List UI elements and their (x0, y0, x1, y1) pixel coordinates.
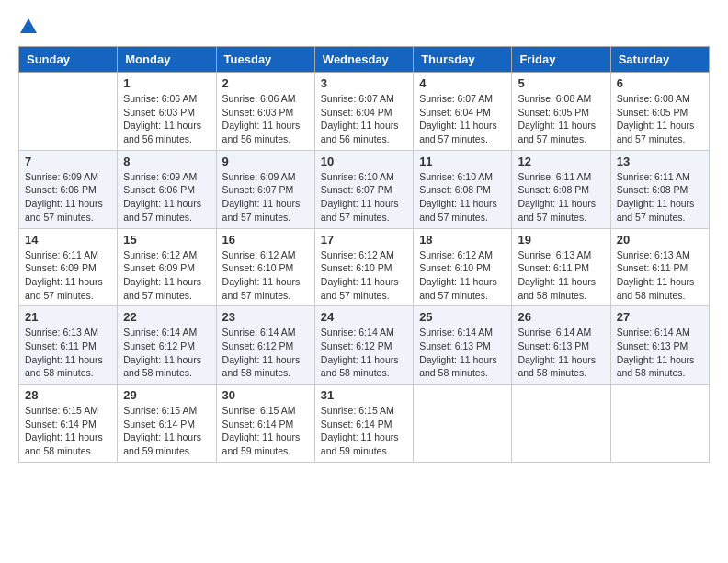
day-number: 8 (123, 155, 210, 168)
calendar-cell: 30Sunrise: 6:15 AM Sunset: 6:14 PM Dayli… (216, 385, 314, 463)
day-number: 22 (123, 310, 210, 324)
day-number: 12 (518, 155, 604, 168)
day-info: Sunrise: 6:14 AM Sunset: 6:13 PM Dayligh… (419, 326, 506, 380)
calendar-cell: 26Sunrise: 6:14 AM Sunset: 6:13 PM Dayli… (512, 306, 610, 385)
logo-icon (20, 18, 37, 33)
day-number: 19 (518, 233, 604, 247)
day-info: Sunrise: 6:12 AM Sunset: 6:10 PM Dayligh… (222, 248, 309, 303)
day-info: Sunrise: 6:15 AM Sunset: 6:14 PM Dayligh… (123, 404, 210, 458)
day-number: 18 (419, 233, 506, 247)
calendar-table: SundayMondayTuesdayWednesdayThursdayFrid… (18, 46, 710, 463)
calendar-cell: 21Sunrise: 6:13 AM Sunset: 6:11 PM Dayli… (19, 306, 118, 385)
header-sunday: Sunday (19, 47, 118, 73)
calendar-cell: 2Sunrise: 6:06 AM Sunset: 6:03 PM Daylig… (216, 73, 314, 151)
day-info: Sunrise: 6:15 AM Sunset: 6:14 PM Dayligh… (25, 404, 111, 458)
day-number: 9 (222, 155, 309, 168)
day-info: Sunrise: 6:14 AM Sunset: 6:13 PM Dayligh… (617, 326, 703, 380)
day-number: 27 (617, 310, 703, 324)
day-info: Sunrise: 6:08 AM Sunset: 6:05 PM Dayligh… (518, 92, 604, 146)
day-number: 14 (25, 233, 111, 247)
day-info: Sunrise: 6:15 AM Sunset: 6:14 PM Dayligh… (321, 404, 407, 458)
day-number: 26 (518, 310, 604, 324)
calendar-cell: 16Sunrise: 6:12 AM Sunset: 6:10 PM Dayli… (216, 228, 314, 306)
day-number: 16 (222, 233, 309, 247)
logo (18, 18, 37, 37)
day-info: Sunrise: 6:15 AM Sunset: 6:14 PM Dayligh… (222, 404, 309, 458)
day-number: 17 (321, 233, 407, 247)
day-number: 3 (321, 76, 407, 90)
header-wednesday: Wednesday (314, 47, 413, 73)
day-info: Sunrise: 6:14 AM Sunset: 6:12 PM Dayligh… (123, 326, 210, 380)
calendar-cell: 31Sunrise: 6:15 AM Sunset: 6:14 PM Dayli… (314, 385, 413, 463)
day-info: Sunrise: 6:12 AM Sunset: 6:10 PM Dayligh… (419, 248, 506, 303)
calendar-cell: 4Sunrise: 6:07 AM Sunset: 6:04 PM Daylig… (414, 73, 512, 151)
day-info: Sunrise: 6:06 AM Sunset: 6:03 PM Dayligh… (123, 92, 210, 146)
day-number: 28 (25, 388, 111, 402)
day-number: 21 (25, 310, 111, 324)
calendar-cell: 22Sunrise: 6:14 AM Sunset: 6:12 PM Dayli… (118, 306, 216, 385)
calendar-cell: 8Sunrise: 6:09 AM Sunset: 6:06 PM Daylig… (118, 150, 216, 228)
day-info: Sunrise: 6:08 AM Sunset: 6:05 PM Dayligh… (617, 92, 703, 146)
day-info: Sunrise: 6:14 AM Sunset: 6:13 PM Dayligh… (518, 326, 604, 380)
day-number: 24 (321, 310, 407, 324)
calendar-week-row: 28Sunrise: 6:15 AM Sunset: 6:14 PM Dayli… (19, 385, 710, 463)
day-info: Sunrise: 6:11 AM Sunset: 6:08 PM Dayligh… (617, 170, 703, 224)
day-info: Sunrise: 6:09 AM Sunset: 6:06 PM Dayligh… (123, 170, 210, 224)
calendar-cell: 1Sunrise: 6:06 AM Sunset: 6:03 PM Daylig… (118, 73, 216, 151)
header-friday: Friday (512, 47, 610, 73)
calendar-cell (414, 385, 512, 463)
header-thursday: Thursday (414, 47, 512, 73)
day-info: Sunrise: 6:12 AM Sunset: 6:09 PM Dayligh… (123, 248, 210, 303)
day-number: 2 (222, 76, 309, 90)
header-saturday: Saturday (610, 47, 709, 73)
calendar-cell: 10Sunrise: 6:10 AM Sunset: 6:07 PM Dayli… (314, 150, 413, 228)
calendar-cell: 28Sunrise: 6:15 AM Sunset: 6:14 PM Dayli… (19, 385, 118, 463)
day-number: 6 (617, 76, 703, 90)
day-info: Sunrise: 6:13 AM Sunset: 6:11 PM Dayligh… (25, 326, 111, 380)
day-info: Sunrise: 6:07 AM Sunset: 6:04 PM Dayligh… (321, 92, 407, 146)
day-info: Sunrise: 6:13 AM Sunset: 6:11 PM Dayligh… (617, 248, 703, 303)
day-info: Sunrise: 6:14 AM Sunset: 6:12 PM Dayligh… (222, 326, 309, 380)
calendar-cell: 24Sunrise: 6:14 AM Sunset: 6:12 PM Dayli… (314, 306, 413, 385)
calendar-cell: 9Sunrise: 6:09 AM Sunset: 6:07 PM Daylig… (216, 150, 314, 228)
calendar-cell: 29Sunrise: 6:15 AM Sunset: 6:14 PM Dayli… (118, 385, 216, 463)
header-monday: Monday (118, 47, 216, 73)
svg-marker-0 (20, 18, 37, 33)
calendar-header-row: SundayMondayTuesdayWednesdayThursdayFrid… (19, 47, 710, 73)
calendar-cell: 11Sunrise: 6:10 AM Sunset: 6:08 PM Dayli… (414, 150, 512, 228)
day-number: 5 (518, 76, 604, 90)
calendar-cell: 3Sunrise: 6:07 AM Sunset: 6:04 PM Daylig… (314, 73, 413, 151)
page-header (18, 18, 710, 37)
day-number: 10 (321, 155, 407, 168)
day-info: Sunrise: 6:09 AM Sunset: 6:06 PM Dayligh… (25, 170, 111, 224)
calendar-cell: 23Sunrise: 6:14 AM Sunset: 6:12 PM Dayli… (216, 306, 314, 385)
day-info: Sunrise: 6:11 AM Sunset: 6:09 PM Dayligh… (25, 248, 111, 303)
calendar-week-row: 1Sunrise: 6:06 AM Sunset: 6:03 PM Daylig… (19, 73, 710, 151)
day-info: Sunrise: 6:09 AM Sunset: 6:07 PM Dayligh… (222, 170, 309, 224)
day-number: 25 (419, 310, 506, 324)
day-number: 20 (617, 233, 703, 247)
calendar-cell: 20Sunrise: 6:13 AM Sunset: 6:11 PM Dayli… (610, 228, 709, 306)
day-info: Sunrise: 6:13 AM Sunset: 6:11 PM Dayligh… (518, 248, 604, 303)
day-number: 31 (321, 388, 407, 402)
calendar-cell: 18Sunrise: 6:12 AM Sunset: 6:10 PM Dayli… (414, 228, 512, 306)
header-tuesday: Tuesday (216, 47, 314, 73)
day-info: Sunrise: 6:06 AM Sunset: 6:03 PM Dayligh… (222, 92, 309, 146)
calendar-cell: 25Sunrise: 6:14 AM Sunset: 6:13 PM Dayli… (414, 306, 512, 385)
day-number: 11 (419, 155, 506, 168)
calendar-cell: 6Sunrise: 6:08 AM Sunset: 6:05 PM Daylig… (610, 73, 709, 151)
calendar-cell: 15Sunrise: 6:12 AM Sunset: 6:09 PM Dayli… (118, 228, 216, 306)
calendar-cell: 13Sunrise: 6:11 AM Sunset: 6:08 PM Dayli… (610, 150, 709, 228)
day-number: 4 (419, 76, 506, 90)
calendar-cell (19, 73, 118, 151)
day-number: 15 (123, 233, 210, 247)
calendar-week-row: 7Sunrise: 6:09 AM Sunset: 6:06 PM Daylig… (19, 150, 710, 228)
day-info: Sunrise: 6:11 AM Sunset: 6:08 PM Dayligh… (518, 170, 604, 224)
calendar-cell: 7Sunrise: 6:09 AM Sunset: 6:06 PM Daylig… (19, 150, 118, 228)
day-info: Sunrise: 6:10 AM Sunset: 6:07 PM Dayligh… (321, 170, 407, 224)
calendar-cell: 14Sunrise: 6:11 AM Sunset: 6:09 PM Dayli… (19, 228, 118, 306)
day-number: 13 (617, 155, 703, 168)
calendar-cell: 17Sunrise: 6:12 AM Sunset: 6:10 PM Dayli… (314, 228, 413, 306)
day-number: 30 (222, 388, 309, 402)
calendar-week-row: 21Sunrise: 6:13 AM Sunset: 6:11 PM Dayli… (19, 306, 710, 385)
